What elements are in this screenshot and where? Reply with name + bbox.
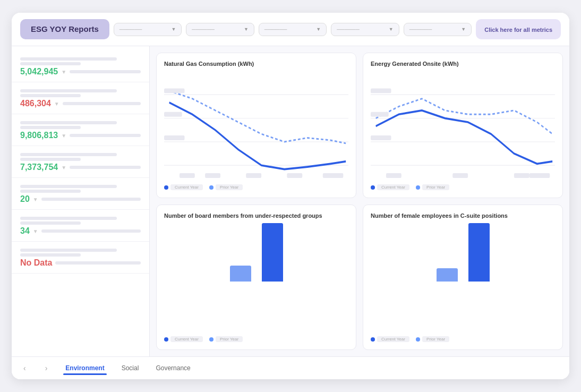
metric-5-bar bbox=[41, 198, 141, 201]
metric-1-value: 5,042,945 bbox=[20, 67, 58, 76]
bar-group-1b bbox=[262, 223, 283, 282]
metric-card-2: 486,304 ▼ bbox=[12, 82, 149, 114]
legend-item-solid-3: Current Year bbox=[164, 336, 203, 342]
svg-rect-9 bbox=[246, 173, 261, 178]
legend-label-solid-4: Current Year bbox=[377, 336, 409, 342]
metric-7-sublabel-bar bbox=[20, 253, 81, 257]
legend-dot-solid-2 bbox=[371, 185, 375, 190]
metric-card-6: 34 ▼ bbox=[12, 210, 149, 242]
app-title: ESG YOY Reports bbox=[31, 24, 99, 33]
metric-7-bar bbox=[55, 261, 141, 265]
metric-1-bar bbox=[70, 70, 141, 73]
left-sidebar: 5,042,945 ▼ 486,304 ▼ bbox=[12, 46, 150, 356]
chart-2-dashed-line bbox=[376, 99, 553, 134]
legend-label-solid-2: Current Year bbox=[377, 184, 409, 190]
metric-1-arrow-icon: ▼ bbox=[61, 69, 66, 75]
legend-item-solid-1: Current Year bbox=[164, 184, 203, 190]
chart-2-legend: Current Year Prior Year bbox=[371, 184, 555, 190]
bar-group-2a bbox=[437, 268, 458, 282]
metric-card-4: 7,373,754 ▼ bbox=[12, 146, 149, 178]
legend-dot-dashed-1 bbox=[209, 185, 213, 190]
chart-natural-gas: Natural Gas Consumption (kWh) bbox=[156, 53, 356, 198]
metric-7-label-bar bbox=[20, 249, 117, 252]
filter-dropdown-4[interactable]: ────── ▼ bbox=[331, 23, 399, 36]
metric-1-sublabel-bar bbox=[20, 62, 81, 65]
chart-board-members: Number of board members from under-respe… bbox=[156, 204, 356, 350]
bar-2b-dark bbox=[468, 223, 490, 282]
tab-governance[interactable]: Governance bbox=[153, 361, 192, 375]
metric-5-arrow-icon: ▼ bbox=[33, 197, 38, 202]
content-area: 5,042,945 ▼ 486,304 ▼ bbox=[12, 46, 569, 356]
svg-rect-16 bbox=[371, 89, 391, 93]
metric-3-sublabel-bar bbox=[20, 126, 81, 129]
metric-6-arrow-icon: ▼ bbox=[33, 228, 38, 234]
metric-5-label-bar bbox=[20, 185, 117, 188]
metric-3-value-row: 9,806,813 ▼ bbox=[20, 131, 141, 140]
chart-4-body bbox=[371, 223, 555, 333]
legend-label-dashed-4: Prior Year bbox=[422, 336, 449, 342]
svg-rect-11 bbox=[323, 173, 344, 178]
legend-label-dashed-1: Prior Year bbox=[216, 184, 243, 190]
logo-box: ESG YOY Reports bbox=[20, 19, 109, 39]
metric-card-3: 9,806,813 ▼ bbox=[12, 114, 149, 146]
metric-5-sublabel-bar bbox=[20, 190, 81, 193]
legend-label-dashed-2: Prior Year bbox=[422, 184, 449, 190]
legend-label-solid-1: Current Year bbox=[170, 184, 203, 190]
metric-4-bar bbox=[70, 166, 141, 169]
metric-card-7: No Data bbox=[12, 242, 149, 274]
svg-rect-10 bbox=[287, 173, 302, 178]
metric-2-bar bbox=[63, 102, 141, 105]
svg-rect-20 bbox=[452, 173, 468, 178]
filter-5-text: ────── bbox=[409, 27, 432, 32]
tab-next-arrow[interactable]: › bbox=[42, 363, 51, 373]
bar-chart-area-2 bbox=[371, 223, 555, 282]
main-panel: ESG YOY Reports ────── ▼ ────── ▼ ──────… bbox=[12, 13, 569, 379]
bar-group-1a bbox=[230, 266, 251, 282]
filter-1-text: ────── bbox=[119, 27, 142, 32]
metric-5-value: 20 bbox=[20, 194, 30, 204]
metric-4-arrow-icon: ▼ bbox=[61, 165, 66, 171]
chart-3-body bbox=[164, 223, 348, 333]
metric-card-1: 5,042,945 ▼ bbox=[12, 50, 149, 82]
chevron-down-icon-1: ▼ bbox=[171, 27, 176, 32]
metric-7-value-row: No Data bbox=[20, 258, 141, 268]
metric-3-value: 9,806,813 bbox=[20, 131, 58, 140]
bar-chart-area-1 bbox=[164, 223, 348, 282]
metric-2-value-row: 486,304 ▼ bbox=[20, 99, 141, 108]
bar-group-2b bbox=[468, 223, 490, 282]
metric-6-sublabel-bar bbox=[20, 221, 81, 225]
metric-4-value: 7,373,754 bbox=[20, 163, 58, 172]
chart-1-title: Natural Gas Consumption (kWh) bbox=[164, 61, 348, 67]
chevron-down-icon-3: ▼ bbox=[316, 27, 321, 32]
tab-prev-arrow[interactable]: ‹ bbox=[20, 363, 29, 373]
legend-label-dashed-3: Prior Year bbox=[216, 336, 243, 342]
metric-2-sublabel-bar bbox=[20, 94, 81, 97]
legend-item-dashed-4: Prior Year bbox=[416, 336, 449, 342]
chart-3-title: Number of board members from under-respe… bbox=[164, 212, 348, 219]
chevron-down-icon-4: ▼ bbox=[389, 27, 394, 32]
chart-female-employees: Number of female employees in C-suite po… bbox=[363, 204, 563, 350]
svg-rect-17 bbox=[371, 112, 389, 117]
metric-6-value: 34 bbox=[20, 226, 30, 236]
filter-dropdown-2[interactable]: ────── ▼ bbox=[186, 23, 254, 36]
metric-2-label-bar bbox=[20, 89, 117, 92]
filter-dropdown-3[interactable]: ────── ▼ bbox=[259, 23, 327, 36]
metric-3-arrow-icon: ▼ bbox=[61, 133, 66, 139]
chart-3-legend: Current Year Prior Year bbox=[164, 336, 348, 342]
chevron-down-icon-5: ▼ bbox=[461, 27, 466, 32]
metric-2-arrow-icon: ▼ bbox=[54, 101, 59, 107]
filter-dropdown-5[interactable]: ────── ▼ bbox=[404, 23, 472, 36]
all-metrics-button[interactable]: Click here for all metrics bbox=[476, 19, 561, 39]
filter-2-text: ────── bbox=[192, 27, 215, 32]
filter-dropdown-1[interactable]: ────── ▼ bbox=[114, 23, 182, 36]
svg-rect-6 bbox=[164, 136, 185, 141]
chart-4-legend: Current Year Prior Year bbox=[371, 336, 555, 342]
bar-2a-light bbox=[437, 268, 458, 282]
all-metrics-label: Click here for all metrics bbox=[484, 27, 552, 33]
metric-6-label-bar bbox=[20, 217, 117, 220]
tab-environment[interactable]: Environment bbox=[63, 361, 106, 375]
bar-1a-light bbox=[230, 266, 251, 282]
chart-2-body bbox=[371, 71, 555, 181]
tab-social[interactable]: Social bbox=[119, 361, 141, 375]
legend-dot-solid-3 bbox=[164, 337, 168, 342]
